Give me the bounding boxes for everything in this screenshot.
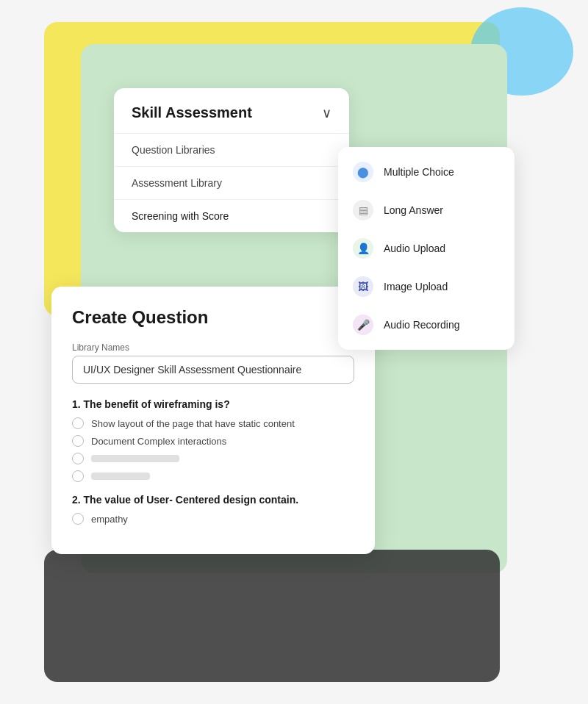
question-2-text: 2. The value of User- Centered design co… bbox=[72, 494, 354, 506]
library-names-input[interactable] bbox=[72, 356, 354, 384]
skill-card-title: Skill Assessment bbox=[132, 104, 252, 121]
question-1-block: 1. The benefit of wireframing is? Show l… bbox=[72, 398, 354, 482]
dropdown-label-long-answer: Long Answer bbox=[384, 204, 443, 216]
long-answer-icon: ▤ bbox=[353, 200, 373, 220]
skill-assessment-card: Skill Assessment ∨ Question Libraries As… bbox=[114, 88, 349, 232]
radio-icon[interactable] bbox=[72, 513, 84, 525]
create-question-title: Create Question bbox=[72, 307, 354, 328]
question-2-block: 2. The value of User- Centered design co… bbox=[72, 494, 354, 525]
dropdown-label-audio-recording: Audio Recording bbox=[384, 319, 460, 331]
library-names-label: Library Names bbox=[72, 342, 354, 353]
q1-option-2: Document Complex interactions bbox=[72, 435, 354, 447]
image-upload-icon: 🖼 bbox=[353, 276, 373, 297]
dropdown-item-audio-recording[interactable]: 🎤 Audio Recording bbox=[338, 306, 514, 344]
q1-option-3-placeholder bbox=[91, 455, 179, 462]
q2-option-1: empathy bbox=[72, 513, 354, 525]
dropdown-item-audio-upload[interactable]: 👤 Audio Upload bbox=[338, 229, 514, 267]
q1-option-2-text: Document Complex interactions bbox=[91, 436, 226, 447]
skill-card-menu: Question Libraries Assessment Library Sc… bbox=[114, 134, 349, 232]
menu-item-assessment-library[interactable]: Assessment Library bbox=[114, 167, 349, 200]
question-type-dropdown: ⬤ Multiple Choice ▤ Long Answer 👤 Audio … bbox=[338, 147, 514, 350]
skill-card-header[interactable]: Skill Assessment ∨ bbox=[114, 88, 349, 134]
dropdown-label-multiple-choice: Multiple Choice bbox=[384, 166, 454, 178]
q1-option-4 bbox=[72, 470, 354, 482]
dark-background bbox=[44, 550, 500, 682]
chevron-down-icon[interactable]: ∨ bbox=[322, 105, 331, 121]
q1-option-4-placeholder bbox=[91, 473, 150, 480]
radio-icon[interactable] bbox=[72, 453, 84, 464]
q1-option-1: Show layout of the page that have static… bbox=[72, 417, 354, 429]
create-question-card: Create Question Library Names 1. The ben… bbox=[51, 287, 375, 554]
multiple-choice-icon: ⬤ bbox=[353, 162, 373, 182]
dropdown-label-audio-upload: Audio Upload bbox=[384, 243, 445, 254]
q1-option-3 bbox=[72, 453, 354, 464]
audio-recording-icon: 🎤 bbox=[353, 315, 373, 335]
dropdown-item-long-answer[interactable]: ▤ Long Answer bbox=[338, 191, 514, 229]
menu-item-screening-with-score[interactable]: Screening with Score bbox=[114, 200, 349, 232]
dropdown-item-multiple-choice[interactable]: ⬤ Multiple Choice bbox=[338, 153, 514, 191]
q2-option-1-text: empathy bbox=[91, 514, 128, 525]
radio-icon[interactable] bbox=[72, 470, 84, 482]
radio-icon[interactable] bbox=[72, 435, 84, 447]
audio-upload-icon: 👤 bbox=[353, 238, 373, 259]
dropdown-item-image-upload[interactable]: 🖼 Image Upload bbox=[338, 267, 514, 306]
q1-option-1-text: Show layout of the page that have static… bbox=[91, 418, 295, 429]
radio-icon[interactable] bbox=[72, 417, 84, 429]
menu-item-question-libraries[interactable]: Question Libraries bbox=[114, 134, 349, 167]
dropdown-label-image-upload: Image Upload bbox=[384, 281, 448, 292]
question-1-text: 1. The benefit of wireframing is? bbox=[72, 398, 354, 410]
